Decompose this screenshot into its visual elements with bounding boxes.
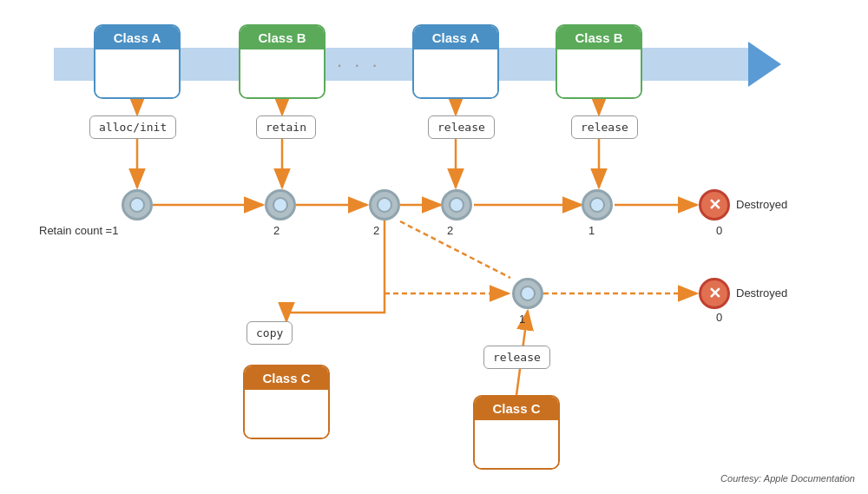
release2-label: release [571,115,638,139]
retain-label: retain [256,115,316,139]
class-box-b1: Class B [239,24,326,99]
class-b1-header: Class B [240,26,324,49]
rc-circle-2 [265,189,296,221]
release1-label: release [428,115,495,139]
rc-circle-4 [441,189,472,221]
count-1b: 1 [519,313,525,326]
class-c1-body [245,390,328,438]
destroyed-label-1: Destroyed [736,198,787,211]
count-2c: 2 [447,224,453,237]
class-box-c1: Class C [243,365,330,439]
class-c2-header: Class C [475,397,558,420]
retain-count-label: Retain count =1 [39,224,118,237]
class-b1-body [240,49,324,97]
count-0b: 0 [716,311,722,324]
svg-marker-4 [748,42,781,87]
destroyed-2: ✕ [699,278,730,309]
class-b2-header: Class B [557,26,641,49]
destroyed-label-2: Destroyed [736,287,787,300]
copy-label: copy [247,321,293,345]
alloc-init-label: alloc/init [89,115,176,139]
diagram: · · · Class A Class B Class A Class B Cl… [0,0,868,494]
courtesy-text: Courtesy: Apple Documentation [720,473,855,484]
rc-circle-3 [369,189,400,221]
dots-separator: · · · [337,54,381,76]
class-a1-header: Class A [95,26,179,49]
class-box-a2: Class A [412,24,499,99]
svg-line-19 [400,221,510,278]
class-box-c2: Class C [473,395,560,470]
rc-circle-6 [512,278,543,309]
release3-label: release [483,346,550,369]
count-2a: 2 [273,224,279,237]
rc-circle-5 [582,189,613,221]
count-2b: 2 [373,224,379,237]
count-1a: 1 [589,224,595,237]
class-a2-body [414,49,497,97]
class-c2-body [475,420,558,468]
class-a2-header: Class A [414,26,497,49]
class-box-b2: Class B [556,24,642,99]
class-box-a1: Class A [94,24,181,99]
class-a1-body [95,49,179,97]
count-0a: 0 [716,224,722,237]
destroyed-1: ✕ [699,189,730,221]
rc-circle-1 [122,189,153,221]
class-b2-body [557,49,641,97]
class-c1-header: Class C [245,366,328,390]
